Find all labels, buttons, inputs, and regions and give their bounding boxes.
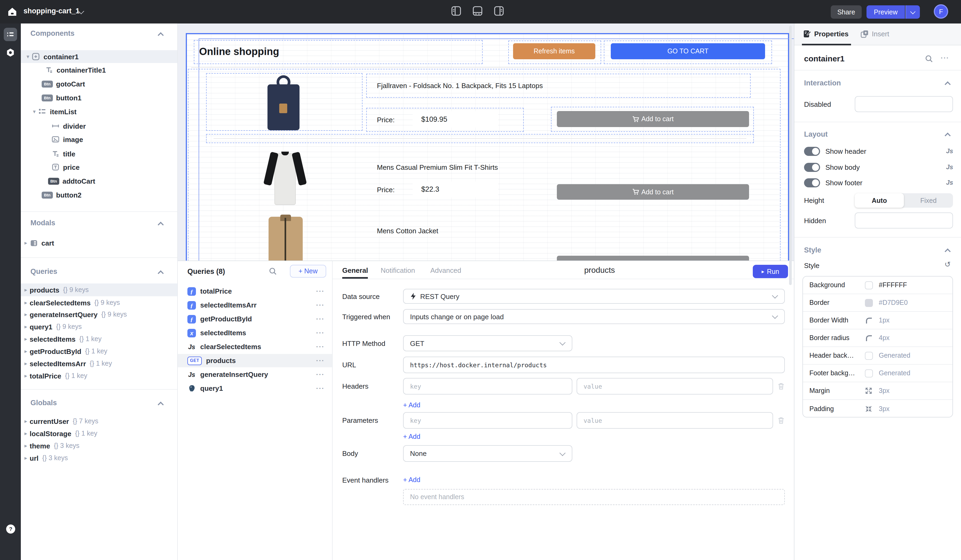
preview-button[interactable]: Preview (866, 5, 905, 19)
query-list-item-getproductbyid[interactable]: ƒ getProductById ··· (178, 312, 332, 326)
caret-right-icon[interactable]: ▸ (24, 419, 27, 424)
query-list-item-totalprice[interactable]: ƒ totalPrice ··· (178, 284, 332, 298)
delete-parameter-icon[interactable] (777, 416, 785, 424)
sidebar-query-clearselectedtems[interactable]: ▸ clearSelectedtems {} 9 keys (21, 296, 177, 309)
query-options-icon[interactable]: ··· (316, 343, 325, 351)
query-options-icon[interactable]: ··· (316, 329, 325, 337)
toggle-left-panel-icon[interactable] (451, 6, 461, 16)
background-color-swatch[interactable] (865, 281, 873, 289)
height-auto-option[interactable]: Auto (855, 193, 904, 208)
toggle-bottom-panel-icon[interactable] (472, 6, 483, 16)
canvas-title[interactable]: Online shopping (199, 46, 279, 58)
show-footer-toggle[interactable] (804, 178, 820, 188)
globals-collapse-chevron-icon[interactable] (158, 402, 164, 408)
parameter-value-input[interactable] (577, 412, 773, 429)
tree-item-addtocart[interactable]: Btn addtoCart (21, 175, 177, 188)
border-color-swatch[interactable] (865, 299, 873, 307)
caret-right-icon[interactable]: ▸ (24, 443, 27, 448)
preview-dropdown-button[interactable] (905, 5, 920, 19)
style-collapse-chevron-icon[interactable] (945, 249, 951, 255)
caret-right-icon[interactable]: ▸ (24, 336, 27, 342)
query-options-icon[interactable]: ··· (316, 356, 325, 364)
query-list-item-selecteditems[interactable]: x selectedItems ··· (178, 326, 332, 340)
height-fixed-option[interactable]: Fixed (904, 193, 953, 208)
global-currentuser[interactable]: ▸ currentUser {} 7 keys (21, 415, 177, 428)
add-to-cart-button-1[interactable]: Add to cart (557, 111, 749, 127)
caret-right-icon[interactable]: ▸ (24, 287, 27, 292)
tree-item-image[interactable]: image (21, 133, 177, 146)
tree-item-gotocart[interactable]: Btn gotoCart (21, 77, 177, 90)
properties-options-icon[interactable]: ··· (941, 54, 949, 62)
header-key-input[interactable] (403, 378, 572, 395)
add-event-handler-link[interactable]: + Add (403, 476, 420, 484)
style-row-value[interactable]: 1px (879, 316, 889, 324)
js-toggle-icon[interactable]: Js (946, 148, 953, 155)
go-to-cart-button[interactable]: GO TO CART (611, 43, 765, 59)
style-row-value[interactable]: 3px (879, 405, 889, 412)
home-button[interactable] (5, 5, 19, 19)
tree-item-cart-modal[interactable]: ▸ cart (21, 236, 177, 249)
caret-right-icon[interactable]: ▸ (24, 361, 27, 366)
tree-item-itemlist[interactable]: ▾ itemList (21, 105, 177, 118)
tree-item-button1[interactable]: Btn button1 (21, 91, 177, 104)
add-to-cart-button-2[interactable]: Add to cart (557, 184, 749, 200)
query-options-icon[interactable]: ··· (316, 301, 325, 309)
components-collapse-chevron-icon[interactable] (158, 32, 164, 39)
tree-item-divider[interactable]: divider (21, 120, 177, 132)
share-button[interactable]: Share (831, 5, 862, 19)
canvas-scrollbar[interactable] (789, 26, 792, 285)
tree-item-title[interactable]: title (21, 148, 177, 160)
add-to-cart-button-3[interactable] (557, 256, 749, 260)
help-button[interactable]: ? (4, 522, 17, 536)
tab-insert[interactable]: Insert (861, 30, 889, 38)
parameter-key-input[interactable] (403, 412, 572, 429)
style-row-padding[interactable]: Padding 3px (803, 400, 953, 417)
caret-right-icon[interactable]: ▸ (24, 431, 27, 436)
tree-item-containertitle1[interactable]: containerTitle1 (21, 64, 177, 76)
js-toggle-icon[interactable]: Js (946, 164, 953, 171)
style-row-value[interactable]: #FFFFFF (879, 281, 907, 289)
style-row-footer-background[interactable]: Footer backg… Generated (803, 364, 953, 382)
global-url[interactable]: ▸ url {} 3 keys (21, 452, 177, 464)
disabled-input[interactable] (855, 96, 953, 112)
style-row-margin[interactable]: Margin 3px (803, 382, 953, 400)
style-row-border-radius[interactable]: Border radius 4px (803, 329, 953, 347)
style-row-value[interactable]: Generated (879, 369, 910, 377)
data-source-select[interactable]: REST Query (403, 289, 785, 304)
refresh-items-button[interactable]: Refresh items (513, 43, 595, 59)
style-row-value[interactable]: 3px (879, 387, 889, 395)
query-list-item-products[interactable]: GET products ··· (178, 354, 332, 367)
style-row-value[interactable]: 4px (879, 334, 889, 342)
caret-right-icon[interactable]: ▸ (24, 324, 27, 329)
query-list-item-query1[interactable]: query1 ··· (178, 382, 332, 395)
tree-item-container1[interactable]: ▾ container1 (21, 50, 177, 63)
caret-right-icon[interactable]: ▸ (24, 240, 27, 246)
tab-general[interactable]: General (342, 266, 368, 274)
query-list-item-clearselectedtems[interactable]: Js clearSelectedtems ··· (178, 340, 332, 353)
global-theme[interactable]: ▸ theme {} 3 keys (21, 440, 177, 452)
global-localstorage[interactable]: ▸ localStorage {} 1 key (21, 427, 177, 440)
tab-advanced[interactable]: Advanced (430, 266, 461, 274)
show-body-toggle[interactable] (804, 163, 820, 172)
toggle-right-panel-icon[interactable] (494, 6, 504, 16)
run-button[interactable]: ▸ Run (753, 265, 788, 278)
style-row-border-width[interactable]: Border Width 1px (803, 312, 953, 329)
add-parameter-link[interactable]: + Add (403, 433, 420, 440)
header-value-input[interactable] (577, 378, 773, 395)
http-method-select[interactable]: GET (403, 335, 572, 351)
triggered-when-select[interactable]: Inputs change or on page load (403, 309, 785, 324)
style-reset-icon[interactable]: ↺ (945, 260, 951, 268)
user-avatar[interactable]: F (934, 4, 948, 19)
query-list-item-generateinsertquery[interactable]: Js generateInsertQuery ··· (178, 368, 332, 381)
js-toggle-icon[interactable]: Js (946, 179, 953, 186)
style-row-header-background[interactable]: Header back… Generated (803, 347, 953, 364)
query-options-icon[interactable]: ··· (316, 287, 325, 295)
interaction-collapse-chevron-icon[interactable] (945, 82, 951, 88)
url-input[interactable]: https://host.docker.internal/products (403, 356, 785, 373)
style-row-border[interactable]: Border #D7D9E0 (803, 294, 953, 312)
queries-collapse-chevron-icon[interactable] (158, 270, 164, 276)
tab-properties[interactable]: Properties (803, 30, 849, 38)
query-list-item-selecteditemsarr[interactable]: ƒ selectedItemsArr ··· (178, 298, 332, 312)
caret-down-icon[interactable]: ▾ (27, 54, 29, 59)
query-options-icon[interactable]: ··· (316, 371, 325, 379)
